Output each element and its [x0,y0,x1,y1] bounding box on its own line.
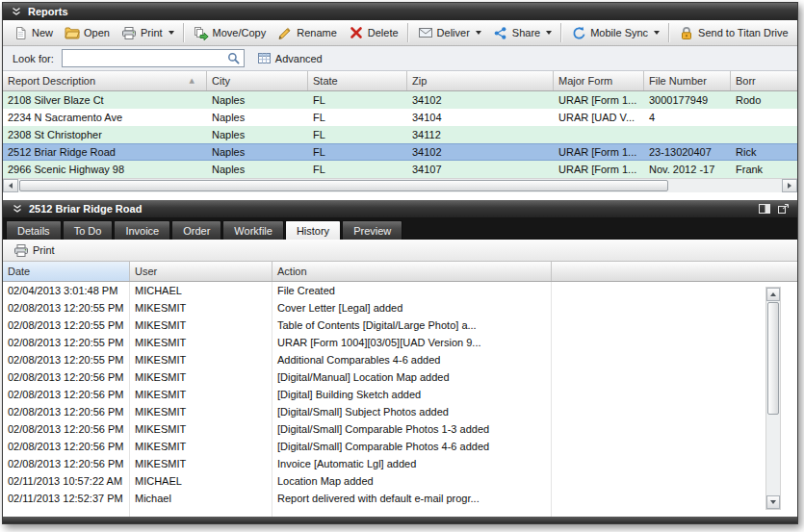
cell-major_form: URAR [Form 1... [554,164,644,175]
reports-row-2[interactable]: 2234 N Sacramento AveNaplesFL34104URAR [… [3,109,797,126]
layout-columns-icon[interactable] [758,203,770,215]
collapse-panel-icon[interactable] [11,203,23,215]
history-row-4[interactable]: 02/08/2013 12:20:55 PMMIKESMITURAR [Form… [3,334,797,351]
vertical-scroll-track[interactable] [766,301,780,495]
cell-city: Naples [207,146,308,158]
tab-to-do[interactable]: To Do [63,220,114,240]
scroll-left-button[interactable] [3,179,18,192]
share-button[interactable]: Share [487,22,558,43]
column-header-zip[interactable]: Zip [407,71,554,90]
reports-row-1[interactable]: 2108 Silver Blaze CtNaplesFL34102URAR [F… [3,91,797,109]
deliver-button[interactable]: Deliver [412,22,487,43]
reports-row-5[interactable]: 2966 Scenic Highway 98NaplesFL34107URAR … [3,161,797,178]
detail-panel-header: 2512 Briar Ridge Road [3,200,797,217]
history-row-1[interactable]: 02/04/2013 3:01:48 PMMICHAELFile Created [3,282,797,299]
print-button[interactable]: Print [8,240,61,261]
search-icon[interactable] [226,51,242,66]
cell-date: 02/08/2013 12:20:56 PM [3,423,130,435]
tab-workfile[interactable]: Workfile [222,220,284,240]
move-copy-button[interactable]: Move/Copy [188,22,272,43]
pop-out-icon[interactable] [777,203,790,215]
button-label: Deliver [437,27,470,38]
history-row-13[interactable]: 02/11/2013 12:52:37 PMMichaelReport deli… [3,490,797,507]
cell-action: Report delivered with default e-mail pro… [272,493,552,504]
cell-user: MIKESMIT [130,389,272,400]
history-row-6[interactable]: 02/08/2013 12:20:56 PMMIKESMIT[Digital/M… [3,368,797,386]
history-row-12[interactable]: 02/11/2013 10:57:22 AMMICHAELLocation Ma… [3,472,797,490]
history-row-10[interactable]: 02/08/2013 12:20:56 PMMIKESMIT[Digital/S… [3,438,797,455]
column-header-description[interactable]: Report Description▲ [3,71,207,90]
delete-button[interactable]: Delete [343,22,404,43]
tab-invoice[interactable]: Invoice [114,220,170,240]
titlebar: Reports [3,3,797,20]
scroll-up-button[interactable] [766,288,780,301]
send-to-titan-drive-button[interactable]: Send to Titan Drive [673,22,794,43]
rename-button[interactable]: Rename [272,22,343,43]
cell-city: Naples [207,94,308,106]
cell-zip: 34112 [407,129,554,140]
cell-user: MIKESMIT [130,302,272,314]
tab-history[interactable]: History [285,220,341,240]
column-label: User [135,266,157,277]
column-header-user[interactable]: User [130,262,272,281]
scroll-right-button[interactable] [782,179,797,192]
search-input[interactable] [63,51,226,65]
toolbar-separator [407,23,409,42]
cell-date: 02/08/2013 12:20:55 PM [3,302,130,314]
cell-date: 02/08/2013 12:20:56 PM [3,389,130,400]
column-header-major_form[interactable]: Major Form [554,71,644,90]
scroll-down-button[interactable] [766,495,780,509]
horizontal-scrollbar[interactable] [3,178,797,192]
cell-file_number: 3000177949 [644,94,731,106]
cell-date: 02/08/2013 12:20:56 PM [3,406,130,418]
history-row-8[interactable]: 02/08/2013 12:20:56 PMMIKESMIT[Digital/S… [3,403,797,420]
button-label: Rename [297,27,337,38]
column-header-action[interactable]: Action [272,262,552,281]
deliver-icon [418,25,433,40]
cell-state: FL [308,112,407,123]
cell-city: Naples [207,129,308,140]
column-header-file_number[interactable]: File Number [644,71,731,90]
cell-user: MIKESMIT [130,406,272,418]
cell-action: Table of Contents [Digital/Large Photo] … [272,319,552,331]
tab-order[interactable]: Order [171,220,221,240]
dropdown-caret-icon [546,31,552,35]
history-row-3[interactable]: 02/08/2013 12:20:55 PMMIKESMITTable of C… [3,317,797,334]
column-header-date[interactable]: Date [3,262,130,281]
column-header-state[interactable]: State [308,71,407,90]
tab-preview[interactable]: Preview [342,220,402,240]
column-header-city[interactable]: City [207,71,308,90]
button-label: Mobile Sync [590,27,648,38]
open-button[interactable]: Open [59,22,116,43]
new-button[interactable]: New [7,22,59,43]
history-grid-body: 02/04/2013 3:01:48 PMMICHAELFile Created… [3,282,797,517]
mobile-sync-button[interactable]: Mobile Sync [565,22,665,43]
horizontal-scroll-track[interactable] [18,179,782,192]
column-header-borrower[interactable]: Borr [731,71,797,90]
reports-window: Reports NewOpenPrintMove/CopyRenameDelet… [2,2,798,524]
reports-row-3[interactable]: 2308 St ChristopherNaplesFL34112 [3,126,797,143]
cell-date: 02/08/2013 12:20:56 PM [3,441,130,452]
advanced-button[interactable]: Advanced [252,51,328,66]
button-label: Open [84,27,110,38]
vertical-scrollbar[interactable] [765,287,781,510]
history-row-5[interactable]: 02/08/2013 12:20:55 PMMIKESMITAdditional… [3,351,797,368]
panel-header-icons [758,203,790,215]
history-row-2[interactable]: 02/08/2013 12:20:55 PMMIKESMITCover Lett… [3,299,797,317]
cell-description: 2512 Briar Ridge Road [3,146,207,158]
print-button[interactable]: Print [116,22,180,43]
collapse-window-icon[interactable] [10,6,22,17]
history-row-7[interactable]: 02/08/2013 12:20:56 PMMIKESMIT[Digital] … [3,386,797,403]
column-label: Major Form [558,75,612,87]
cell-user: MIKESMIT [130,371,272,383]
toolbar-separator [183,23,185,42]
column-label: Action [277,266,307,277]
column-header-filler [552,262,797,281]
reports-row-4[interactable]: 2512 Briar Ridge RoadNaplesFL34102URAR [… [3,143,797,161]
vertical-scroll-thumb[interactable] [767,302,779,415]
tab-details[interactable]: Details [6,220,62,240]
horizontal-scroll-thumb[interactable] [19,180,668,191]
history-row-11[interactable]: 02/08/2013 12:20:56 PMMIKESMITInvoice [A… [3,455,797,472]
history-row-9[interactable]: 02/08/2013 12:20:56 PMMIKESMIT[Digital/S… [3,420,797,438]
look-for-label: Look for: [13,53,54,64]
